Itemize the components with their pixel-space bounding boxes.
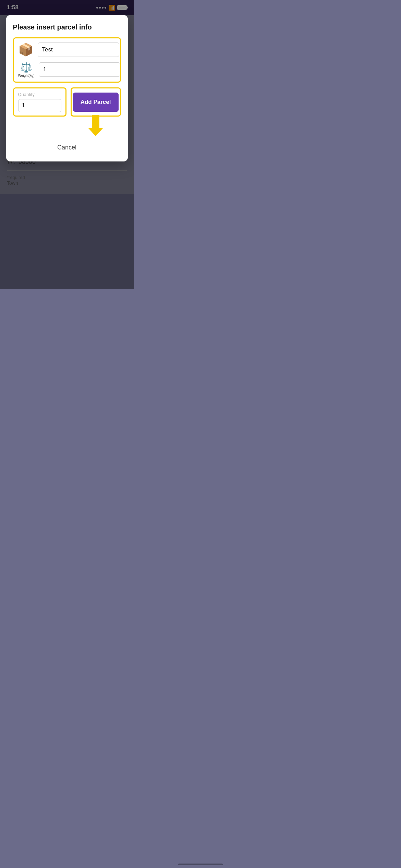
add-parcel-button[interactable]: Add Parcel: [73, 93, 119, 112]
weight-label: Weight(kg): [18, 74, 35, 77]
weight-input[interactable]: [39, 62, 120, 77]
quantity-section: Quantity: [13, 87, 66, 117]
parcel-details-section: 📦 ⚖️ Weight(kg): [13, 37, 121, 83]
parcel-box-icon: 📦: [18, 44, 34, 56]
modal-overlay: Please insert parcel info 📦 ⚖️ Weight(kg…: [0, 0, 134, 289]
bottom-row: Quantity Add Parcel: [13, 87, 121, 117]
quantity-input[interactable]: [18, 99, 61, 112]
parcel-name-input[interactable]: [38, 43, 119, 57]
weight-icon: ⚖️: [20, 62, 32, 73]
modal-title: Please insert parcel info: [13, 23, 121, 31]
cancel-button[interactable]: Cancel: [13, 141, 121, 155]
parcel-name-row: 📦: [18, 43, 116, 57]
weight-icon-wrap: ⚖️ Weight(kg): [18, 62, 35, 77]
weight-row: ⚖️ Weight(kg): [18, 62, 116, 77]
yellow-arrow-indicator: [88, 115, 103, 136]
quantity-label: Quantity: [18, 92, 61, 97]
add-parcel-wrap: Add Parcel: [71, 87, 121, 117]
parcel-info-modal: Please insert parcel info 📦 ⚖️ Weight(kg…: [6, 15, 128, 161]
